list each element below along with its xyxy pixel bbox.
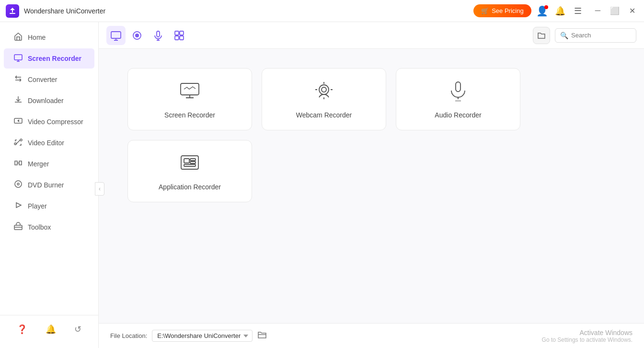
screen-recorder-card-icon xyxy=(179,80,200,105)
file-location-select[interactable]: E:\Wondershare UniConverter xyxy=(152,330,253,342)
sidebar-item-downloader-label: Downloader xyxy=(28,97,64,104)
search-icon: 🔍 xyxy=(560,32,568,39)
svg-point-5 xyxy=(15,181,22,187)
home-icon xyxy=(13,32,23,43)
player-icon xyxy=(13,201,23,211)
toolbox-icon xyxy=(13,222,23,232)
svg-rect-0 xyxy=(10,13,15,14)
app-title: Wondershare UniConverter xyxy=(24,7,105,15)
svg-rect-15 xyxy=(180,36,184,40)
svg-rect-24 xyxy=(184,164,196,166)
footer: File Location: E:\Wondershare UniConvert… xyxy=(99,323,644,348)
file-location-label: File Location: xyxy=(110,332,147,339)
feedback-icon[interactable]: ↺ xyxy=(74,324,81,335)
recorder-grid-row-1: Screen Recorder Webcam Recorder xyxy=(127,68,615,130)
sidebar-item-merger[interactable]: Merger xyxy=(4,154,94,174)
sidebar-collapse-button[interactable]: ‹ xyxy=(95,182,104,196)
sidebar-item-merger-label: Merger xyxy=(28,160,49,168)
sidebar-item-player-label: Player xyxy=(28,202,47,210)
svg-point-17 xyxy=(319,85,329,94)
notification-icon[interactable]: 🔔 xyxy=(553,4,567,18)
audio-recorder-card-label: Audio Recorder xyxy=(435,111,481,119)
svg-rect-21 xyxy=(184,159,189,163)
sidebar-item-converter[interactable]: Converter xyxy=(4,70,94,90)
sidebar-item-home[interactable]: Home xyxy=(4,27,94,47)
sidebar-item-video-editor-label: Video Editor xyxy=(28,139,64,147)
svg-point-4 xyxy=(14,143,16,145)
maximize-button[interactable]: ⬜ xyxy=(607,5,622,16)
close-button[interactable]: ✕ xyxy=(626,5,638,16)
collapse-icon: ‹ xyxy=(99,186,101,192)
sidebar: Home Screen Recorder Converter xyxy=(0,22,99,348)
search-input[interactable] xyxy=(571,32,631,39)
tab-screen-recorder[interactable] xyxy=(106,26,126,45)
activate-windows-title: Activate Windows xyxy=(542,329,632,336)
cart-icon: 🛒 xyxy=(481,7,489,14)
recorder-grid: Screen Recorder Webcam Recorder xyxy=(99,49,644,323)
screen-recorder-card[interactable]: Screen Recorder xyxy=(127,68,252,130)
sidebar-item-player[interactable]: Player xyxy=(4,196,94,216)
webcam-recorder-card-label: Webcam Recorder xyxy=(296,111,352,119)
sidebar-item-screen-recorder-label: Screen Recorder xyxy=(28,55,81,62)
toolbar-tabs xyxy=(106,26,189,45)
sidebar-item-dvd-burner-label: DVD Burner xyxy=(28,181,64,189)
tab-record[interactable] xyxy=(127,26,147,45)
downloader-icon xyxy=(13,95,23,106)
svg-rect-23 xyxy=(190,162,196,163)
video-editor-icon xyxy=(13,138,23,148)
svg-rect-19 xyxy=(456,82,460,92)
sidebar-item-converter-label: Converter xyxy=(28,76,57,83)
svg-point-6 xyxy=(17,183,19,185)
sidebar-item-video-compressor[interactable]: Video Compressor xyxy=(4,112,94,132)
svg-rect-11 xyxy=(157,31,160,37)
webcam-recorder-card[interactable]: Webcam Recorder xyxy=(262,68,386,130)
sidebar-item-screen-recorder[interactable]: Screen Recorder xyxy=(4,48,94,69)
titlebar: Wondershare UniConverter 🛒 See Pricing 👤… xyxy=(0,0,644,22)
merger-icon xyxy=(13,159,23,169)
sidebar-item-video-compressor-label: Video Compressor xyxy=(28,118,83,126)
application-recorder-card-label: Application Recorder xyxy=(159,183,221,191)
audio-recorder-card-icon xyxy=(448,80,469,105)
sidebar-item-toolbox-label: Toolbox xyxy=(28,223,51,231)
window-controls: ─ ⬜ ✕ xyxy=(592,5,638,16)
svg-point-18 xyxy=(322,87,326,92)
video-compressor-icon xyxy=(13,116,23,127)
tab-apps[interactable] xyxy=(170,26,189,45)
svg-rect-14 xyxy=(175,36,179,40)
content-area: 🔍 Screen Recorder xyxy=(99,22,644,348)
application-recorder-card-icon xyxy=(179,152,200,177)
user-icon[interactable]: 👤 xyxy=(536,5,548,17)
svg-rect-12 xyxy=(175,31,179,35)
notification-bell-icon[interactable]: 🔔 xyxy=(46,324,56,335)
svg-rect-13 xyxy=(180,31,184,35)
webcam-recorder-card-icon xyxy=(313,80,334,105)
minimize-button[interactable]: ─ xyxy=(592,5,603,16)
activate-windows: Activate Windows Go to Settings to activ… xyxy=(542,329,632,343)
help-icon[interactable]: ❓ xyxy=(17,324,27,335)
screen-recorder-card-label: Screen Recorder xyxy=(164,111,215,119)
screen-recorder-nav-icon xyxy=(13,53,23,64)
sidebar-item-downloader[interactable]: Downloader xyxy=(4,91,94,111)
sidebar-item-toolbox[interactable]: Toolbox xyxy=(4,217,94,237)
audio-recorder-card[interactable]: Audio Recorder xyxy=(396,68,520,130)
sidebar-item-video-editor[interactable]: Video Editor xyxy=(4,133,94,153)
file-location-row: File Location: E:\Wondershare UniConvert… xyxy=(110,330,267,342)
main-layout: Home Screen Recorder Converter xyxy=(0,22,644,348)
converter-icon xyxy=(13,74,23,85)
titlebar-left: Wondershare UniConverter xyxy=(6,4,105,18)
svg-rect-22 xyxy=(190,159,196,161)
menu-icon[interactable]: ☰ xyxy=(572,4,584,18)
sidebar-item-dvd-burner[interactable]: DVD Burner xyxy=(4,175,94,195)
sidebar-bottom: ❓ 🔔 ↺ xyxy=(0,315,98,343)
folder-open-button[interactable] xyxy=(257,330,267,342)
toolbar: 🔍 xyxy=(99,22,644,49)
dvd-burner-icon xyxy=(13,180,23,190)
toolbar-right: 🔍 xyxy=(533,27,636,44)
search-box: 🔍 xyxy=(555,28,636,43)
see-pricing-button[interactable]: 🛒 See Pricing xyxy=(473,4,531,17)
tab-audio[interactable] xyxy=(149,26,168,45)
svg-rect-8 xyxy=(111,32,121,38)
svg-rect-1 xyxy=(14,55,22,60)
application-recorder-card[interactable]: Application Recorder xyxy=(127,140,252,202)
history-folder-button[interactable] xyxy=(533,27,550,44)
